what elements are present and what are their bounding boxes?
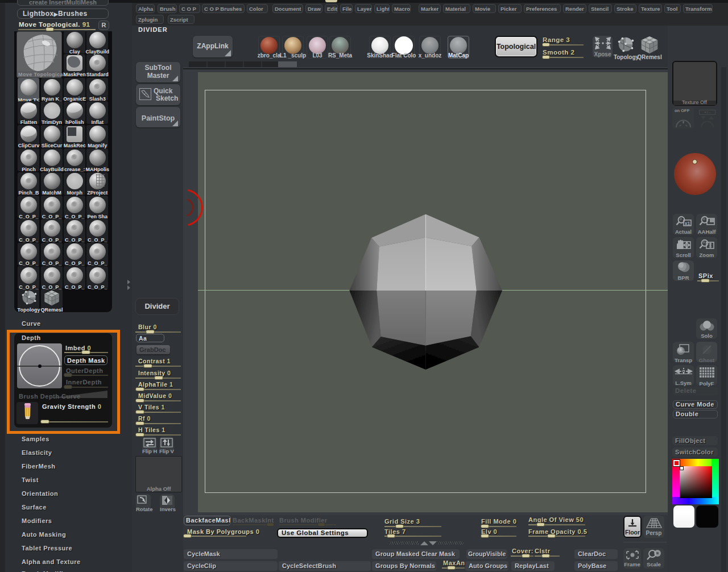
svg-text:x1: x1 [684,221,690,226]
